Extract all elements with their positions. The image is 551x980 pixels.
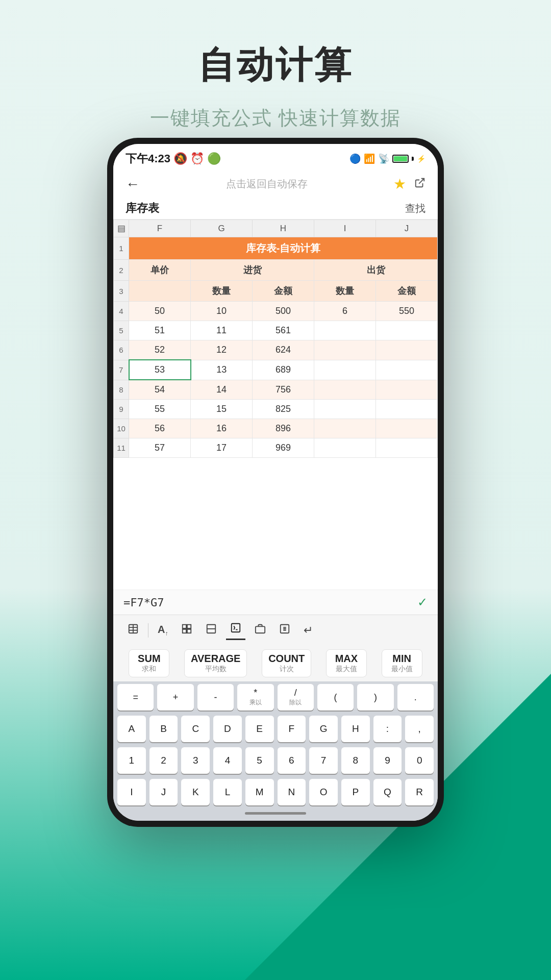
cell-6-I[interactable] xyxy=(314,340,376,360)
kb-tool-enter[interactable]: ↵ xyxy=(299,622,317,639)
cell-5-I[interactable] xyxy=(314,321,376,340)
key-P[interactable]: P xyxy=(341,779,370,805)
kb-tool-extra[interactable] xyxy=(251,621,270,640)
key-0[interactable]: 0 xyxy=(405,747,434,774)
key-E[interactable]: E xyxy=(245,716,274,742)
key-equals[interactable]: = xyxy=(117,684,154,710)
key-dot[interactable]: . xyxy=(397,684,434,710)
func-max-button[interactable]: MAX 最大值 xyxy=(326,649,367,677)
key-M[interactable]: M xyxy=(245,779,274,805)
col-header-G[interactable]: G xyxy=(191,220,253,237)
cell-4-G[interactable]: 10 xyxy=(191,302,253,321)
kb-tool-more[interactable] xyxy=(275,621,294,640)
key-F[interactable]: F xyxy=(278,716,306,742)
key-9[interactable]: 9 xyxy=(373,747,402,774)
cell-9-H[interactable]: 825 xyxy=(253,400,314,419)
subheader-outgoing[interactable]: 出货 xyxy=(314,260,438,281)
cell-3-H[interactable]: 金额 xyxy=(253,281,314,302)
cell-9-F[interactable]: 55 xyxy=(129,400,191,419)
kb-tool-text[interactable]: A↑ xyxy=(154,622,172,639)
cell-8-G[interactable]: 14 xyxy=(191,380,253,400)
cell-4-I[interactable]: 6 xyxy=(314,302,376,321)
subheader-price[interactable]: 单价 xyxy=(129,260,191,281)
kb-tool-table[interactable] xyxy=(123,621,143,640)
cell-10-H[interactable]: 896 xyxy=(253,419,314,438)
formula-confirm-button[interactable]: ✓ xyxy=(417,595,428,609)
sheet-title-cell[interactable]: 库存表-自动计算 xyxy=(129,237,438,260)
key-4[interactable]: 4 xyxy=(213,747,242,774)
cell-11-F[interactable]: 57 xyxy=(129,438,191,458)
cell-5-F[interactable]: 51 xyxy=(129,321,191,340)
key-B[interactable]: B xyxy=(149,716,178,742)
key-comma[interactable]: , xyxy=(405,716,434,742)
key-5[interactable]: 5 xyxy=(245,747,274,774)
key-C[interactable]: C xyxy=(181,716,210,742)
cell-10-F[interactable]: 56 xyxy=(129,419,191,438)
cell-11-I[interactable] xyxy=(314,438,376,458)
key-plus[interactable]: + xyxy=(157,684,193,710)
cell-7-F[interactable]: 53 xyxy=(129,360,191,380)
favorite-icon[interactable]: ★ xyxy=(393,176,406,192)
cell-4-F[interactable]: 50 xyxy=(129,302,191,321)
key-divide[interactable]: /除以 xyxy=(278,684,314,710)
subheader-incoming[interactable]: 进货 xyxy=(191,260,314,281)
cell-6-F[interactable]: 52 xyxy=(129,340,191,360)
key-J[interactable]: J xyxy=(149,779,178,805)
key-7[interactable]: 7 xyxy=(309,747,338,774)
col-header-J[interactable]: J xyxy=(376,220,438,237)
cell-6-G[interactable]: 12 xyxy=(191,340,253,360)
func-avg-button[interactable]: AVERAGE 平均数 xyxy=(184,649,247,677)
cell-5-H[interactable]: 561 xyxy=(253,321,314,340)
cell-11-J[interactable] xyxy=(376,438,438,458)
key-3[interactable]: 3 xyxy=(181,747,210,774)
cell-10-I[interactable] xyxy=(314,419,376,438)
func-min-button[interactable]: MIN 最小值 xyxy=(382,649,422,677)
cell-7-I[interactable] xyxy=(314,360,376,380)
cell-9-G[interactable]: 15 xyxy=(191,400,253,419)
cell-8-I[interactable] xyxy=(314,380,376,400)
back-button[interactable]: ← xyxy=(126,176,140,192)
key-lparen[interactable]: ( xyxy=(317,684,354,710)
cell-4-H[interactable]: 500 xyxy=(253,302,314,321)
cell-7-G[interactable]: 13 xyxy=(191,360,253,380)
key-1[interactable]: 1 xyxy=(117,747,146,774)
kb-tool-merge[interactable] xyxy=(202,621,221,640)
key-multiply[interactable]: *乘以 xyxy=(237,684,273,710)
cell-10-G[interactable]: 16 xyxy=(191,419,253,438)
col-header-H[interactable]: H xyxy=(253,220,314,237)
col-header-F[interactable]: F xyxy=(129,220,191,237)
cell-9-J[interactable] xyxy=(376,400,438,419)
cell-5-G[interactable]: 11 xyxy=(191,321,253,340)
cell-7-H[interactable]: 689 xyxy=(253,360,314,380)
key-L[interactable]: L xyxy=(213,779,242,805)
kb-tool-function[interactable] xyxy=(226,620,245,640)
cell-8-F[interactable]: 54 xyxy=(129,380,191,400)
cell-3-J[interactable]: 金额 xyxy=(376,281,438,302)
key-R[interactable]: R xyxy=(405,779,434,805)
key-G[interactable]: G xyxy=(309,716,338,742)
key-minus[interactable]: - xyxy=(197,684,234,710)
cell-11-H[interactable]: 969 xyxy=(253,438,314,458)
cell-8-J[interactable] xyxy=(376,380,438,400)
find-button[interactable]: 查找 xyxy=(405,202,425,215)
func-sum-button[interactable]: SUM 求和 xyxy=(129,649,169,677)
key-8[interactable]: 8 xyxy=(341,747,370,774)
export-icon[interactable] xyxy=(414,177,425,191)
key-I[interactable]: I xyxy=(117,779,146,805)
cell-9-I[interactable] xyxy=(314,400,376,419)
cell-7-J[interactable] xyxy=(376,360,438,380)
key-rparen[interactable]: ) xyxy=(357,684,393,710)
cell-5-J[interactable] xyxy=(376,321,438,340)
key-Q[interactable]: Q xyxy=(373,779,402,805)
cell-8-H[interactable]: 756 xyxy=(253,380,314,400)
cell-6-J[interactable] xyxy=(376,340,438,360)
key-K[interactable]: K xyxy=(181,779,210,805)
cell-6-H[interactable]: 624 xyxy=(253,340,314,360)
key-D[interactable]: D xyxy=(213,716,242,742)
cell-3-G[interactable]: 数量 xyxy=(191,281,253,302)
cell-4-J[interactable]: 550 xyxy=(376,302,438,321)
key-H[interactable]: H xyxy=(341,716,370,742)
cell-3-I[interactable]: 数量 xyxy=(314,281,376,302)
key-O[interactable]: O xyxy=(309,779,338,805)
formula-text[interactable]: =F7*G7 xyxy=(123,596,164,609)
